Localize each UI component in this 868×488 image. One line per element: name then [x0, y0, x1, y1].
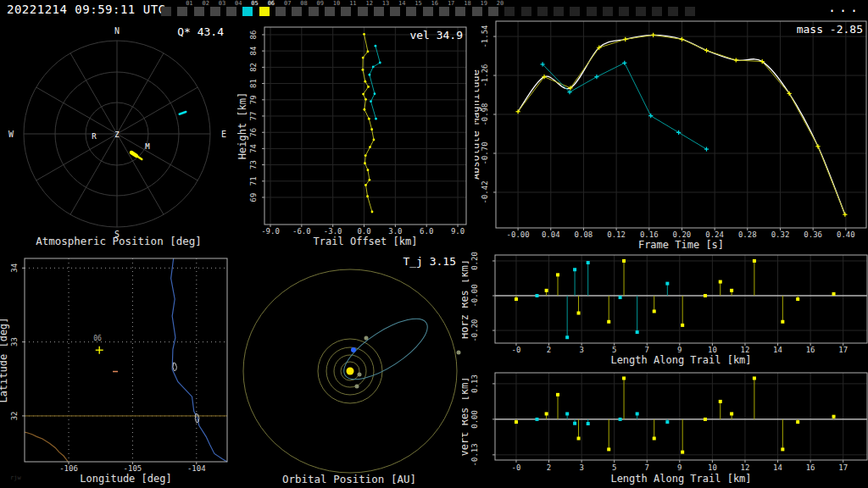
svg-text:0.32: 0.32: [771, 230, 790, 239]
frame-number: 18: [464, 1, 470, 7]
svg-text:-0.70: -0.70: [481, 141, 489, 164]
frame-button-05[interactable]: 05: [242, 1, 259, 18]
frame-button-20[interactable]: 20: [488, 1, 504, 18]
river: [171, 258, 227, 462]
frame-button[interactable]: [668, 1, 684, 18]
meteor-analysis-app: 20221214 09:59:11 UTC 010203040506070809…: [0, 0, 868, 488]
frame-box: [636, 7, 646, 16]
frame-number: 02: [202, 1, 209, 7]
frame-button-19[interactable]: 19: [472, 1, 488, 18]
frame-button-03[interactable]: 03: [210, 1, 226, 18]
border-southwest: [25, 432, 68, 462]
svg-text:0.20: 0.20: [470, 252, 479, 270]
ground-track-map: 06-106-105-104343332Longitude [deg]Latit…: [0, 250, 237, 488]
frame-box: [619, 7, 629, 16]
frame-box: [439, 7, 449, 16]
svg-text:-3.0: -3.0: [324, 227, 342, 236]
svg-text:rjw: rjw: [10, 474, 21, 481]
svg-text:82: 82: [249, 63, 258, 72]
frame-button-14[interactable]: 14: [390, 1, 406, 18]
frame-box: [406, 7, 416, 16]
menu-button[interactable]: ...: [828, 0, 861, 15]
frame-button-13[interactable]: 13: [374, 1, 390, 18]
svg-text:7: 7: [645, 463, 649, 472]
jupiter-dot: [457, 351, 461, 355]
svg-text:-0.13: -0.13: [470, 443, 479, 466]
frame-number: 17: [448, 1, 454, 7]
svg-text:0.36: 0.36: [804, 230, 822, 239]
svg-text:81: 81: [249, 79, 258, 88]
frame-button[interactable]: [161, 1, 177, 18]
frame-button-04[interactable]: 04: [226, 1, 242, 18]
frame-box: [358, 7, 368, 16]
svg-text:Vert Res [km]: Vert Res [km]: [462, 377, 470, 457]
svg-text:9: 9: [677, 463, 682, 472]
frame-button-17[interactable]: 17: [439, 1, 455, 18]
frame-box: [472, 7, 482, 16]
svg-text:0.16: 0.16: [640, 230, 659, 239]
frame-button-08[interactable]: 08: [292, 1, 308, 18]
svg-text:-9.0: -9.0: [261, 227, 280, 236]
sun-dot: [347, 368, 354, 375]
frame-box: [309, 7, 319, 16]
frame-box: [668, 7, 678, 16]
camera-06-vert-res: [515, 376, 836, 453]
svg-text:33: 33: [10, 337, 19, 347]
frame-button[interactable]: [570, 1, 586, 18]
svg-text:77: 77: [249, 112, 258, 121]
frame-button-02[interactable]: 02: [194, 1, 210, 18]
frame-button[interactable]: [554, 1, 570, 18]
earth-dot: [351, 347, 356, 352]
svg-text:12: 12: [741, 463, 750, 472]
svg-text:16: 16: [806, 346, 815, 354]
frame-button-16[interactable]: 16: [423, 1, 439, 18]
svg-text:N: N: [114, 26, 120, 36]
frame-button[interactable]: [504, 1, 520, 18]
svg-text:5: 5: [612, 463, 616, 472]
svg-text:73: 73: [249, 160, 258, 169]
frame-button[interactable]: [685, 1, 701, 18]
frame-button-15[interactable]: 15: [406, 1, 422, 18]
frame-box: [587, 7, 597, 16]
frame-number: 04: [235, 1, 242, 7]
svg-text:74: 74: [249, 144, 258, 153]
frame-box: [504, 7, 515, 16]
svg-text:-0: -0: [512, 463, 521, 472]
frame-box: [161, 7, 171, 16]
frame-button[interactable]: [537, 1, 554, 18]
camera-05-lightcurve: [541, 61, 709, 152]
frame-button[interactable]: [652, 1, 668, 18]
atmospheric-position-plot: NESWZRMQ* 43.4Atmospheric Position [deg]: [0, 19, 237, 250]
frame-button-09[interactable]: 09: [309, 1, 325, 18]
atmospheric-position-panel: NESWZRMQ* 43.4Atmospheric Position [deg]: [0, 19, 237, 253]
light-curve-chart: -0.000.040.080.120.160.200.240.280.320.3…: [475, 19, 868, 250]
frame-number: 07: [284, 1, 291, 7]
svg-text:10: 10: [708, 463, 717, 472]
svg-text:Horz Res [km]: Horz Res [km]: [462, 259, 470, 339]
frame-button-12[interactable]: 12: [358, 1, 374, 18]
svg-text:Atmospheric Position [deg]: Atmospheric Position [deg]: [36, 235, 202, 247]
svg-text:3: 3: [579, 463, 583, 472]
frame-button[interactable]: [619, 1, 635, 18]
frame-button-07[interactable]: 07: [275, 1, 292, 18]
frame-number: 10: [333, 1, 340, 7]
orbital-position-plot: T_j 3.15Orbital Position [AU]: [237, 250, 462, 488]
svg-text:9: 9: [677, 346, 682, 354]
frame-box: [292, 7, 302, 16]
frame-button-18[interactable]: 18: [455, 1, 471, 18]
camera-05-horz-res: [535, 261, 669, 339]
frame-button[interactable]: [587, 1, 603, 18]
frame-button-01[interactable]: 01: [177, 1, 193, 18]
svg-text:Orbital Position [AU]: Orbital Position [AU]: [282, 473, 416, 485]
frame-button-10[interactable]: 10: [325, 1, 341, 18]
svg-text:84: 84: [249, 47, 258, 56]
frame-button-06[interactable]: 06: [259, 1, 275, 18]
frame-button[interactable]: [636, 1, 652, 18]
svg-text:3: 3: [579, 346, 583, 354]
frame-number: 01: [186, 1, 192, 7]
frame-button-11[interactable]: 11: [341, 1, 357, 18]
frame-button[interactable]: [521, 1, 537, 18]
frame-button[interactable]: [603, 1, 619, 18]
svg-text:0.28: 0.28: [738, 230, 757, 239]
frame-box: [275, 7, 286, 16]
